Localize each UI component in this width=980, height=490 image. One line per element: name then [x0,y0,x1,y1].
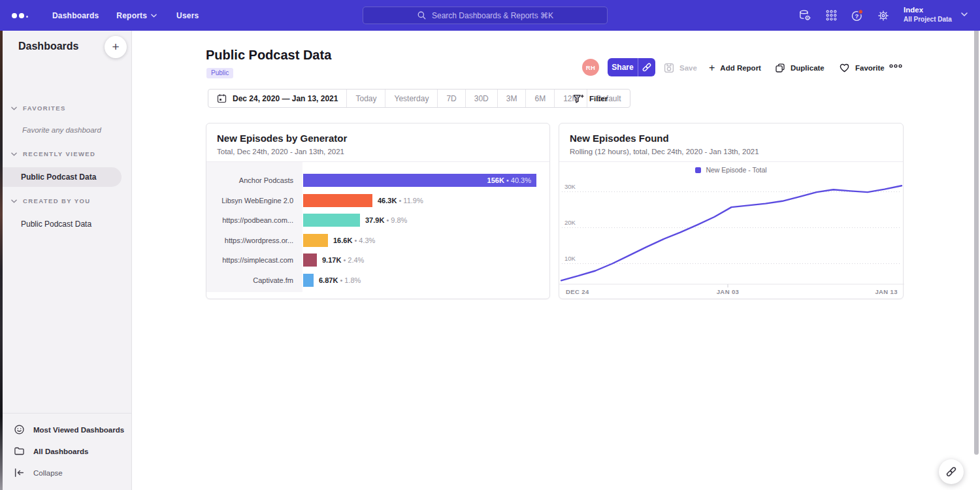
heart-icon [839,63,850,73]
plus-icon: + [709,63,715,73]
bar[interactable] [303,253,317,267]
bar-row[interactable]: Captivate.fm6.87K • 1.8% [206,270,549,291]
section-label: FAVORITES [23,105,66,112]
save-label: Save [679,64,697,72]
card-subtitle: Rolling (12 hours), total, Dec 24th, 202… [570,148,759,155]
nav-item-label: Dashboards [52,11,99,20]
share-label: Share [612,63,633,72]
bar-value-label: 46.3K • 11.9% [378,197,423,204]
add-report-button[interactable]: + Add Report [709,60,761,76]
card-subtitle: Total, Dec 24th, 2020 - Jan 13th, 2021 [217,148,344,155]
bar[interactable] [303,194,372,207]
nav-item-reports[interactable]: Reports [116,11,157,20]
share-button[interactable]: Share [608,58,638,76]
bar-category-label: Captivate.fm [206,276,302,284]
duplicate-button[interactable]: Duplicate [775,60,825,76]
date-range-picker[interactable]: Dec 24, 2020 — Jan 13, 2021 [208,90,346,107]
preset-7d[interactable]: 7D [437,90,465,107]
bar[interactable]: 156K • 40.3% [303,174,536,187]
bar-chart: Anchor Podcasts156K • 40.3%Libsyn WebEng… [206,162,549,299]
divider [559,161,903,162]
bar-row[interactable]: https://podbean.com...37.9K • 9.8% [206,210,549,231]
link-icon [945,466,957,478]
preset-3m[interactable]: 3M [497,90,526,107]
bar-value-label: 156K • 40.3% [487,176,536,184]
sidebar-item-public-podcast-data-2[interactable]: Public Podcast Data [3,214,122,234]
share-button-group: Share [608,58,655,76]
project-env: All Project Data [904,15,952,24]
bar-row[interactable]: https://simplecast.com9.17K • 2.4% [206,250,549,270]
preset-30d[interactable]: 30D [465,90,497,107]
section-favorites[interactable]: FAVORITES [11,105,66,112]
nav-item-dashboards[interactable]: Dashboards [52,11,99,20]
bar-row[interactable]: https://wordpress.or...16.6K • 4.3% [206,231,549,251]
chevron-down-icon [11,106,17,110]
svg-text:30K: 30K [564,183,576,190]
bar-row[interactable]: Libsyn WebEngine 2.046.3K • 11.9% [206,191,549,211]
favorite-button[interactable]: Favorite [839,60,885,76]
floating-link-button[interactable] [939,459,964,484]
most-viewed-dashboards[interactable]: Most Viewed Dashboards [3,419,131,440]
data-sources-icon[interactable] [798,9,811,22]
public-badge: Public [206,68,233,78]
sidebar-item-public-podcast-data[interactable]: Public Podcast Data [3,167,122,187]
preset-6m[interactable]: 6M [525,90,554,107]
line-chart-card: New Episodes Found Rolling (12 hours), t… [559,123,904,299]
svg-text:DEC 24: DEC 24 [566,288,589,295]
bar[interactable] [303,274,314,287]
preset-today[interactable]: Today [346,90,385,107]
footer-item-label: Collapse [33,469,63,477]
bar-value-label: 9.17K • 2.4% [322,256,364,264]
page-scrollbar[interactable] [974,5,979,455]
settings-gear-icon[interactable] [877,9,890,22]
add-report-label: Add Report [720,64,761,72]
footer-item-label: Most Viewed Dashboards [33,426,124,434]
bar-chart-card: New Episodes by Generator Total, Dec 24t… [206,123,550,299]
footer-item-label: All Dashboards [33,448,88,455]
more-options-button[interactable] [889,63,903,69]
sidebar-title: Dashboards [18,41,78,52]
chevron-down-icon [151,14,157,18]
date-toolbar: Dec 24, 2020 — Jan 13, 2021 Today Yester… [208,89,630,108]
bar-category-label: Libsyn WebEngine 2.0 [206,197,302,204]
sidebar-footer: Most Viewed Dashboards All Dashboards Co… [3,413,131,490]
bar-row[interactable]: Anchor Podcasts156K • 40.3% [206,171,549,191]
app-logo[interactable] [12,13,34,18]
svg-text:JAN 13: JAN 13 [875,288,898,295]
card-title: New Episodes by Generator [217,133,347,144]
bar[interactable] [303,214,360,227]
nav-item-users[interactable]: Users [176,11,199,20]
page-title: Public Podcast Data [206,48,331,63]
section-label: RECENTLY VIEWED [23,150,95,157]
section-created-by-you[interactable]: CREATED BY YOU [11,197,91,204]
svg-text:10K: 10K [564,255,576,262]
bar-value-label: 37.9K • 9.8% [365,216,407,224]
section-recently-viewed[interactable]: RECENTLY VIEWED [11,150,95,157]
bar[interactable] [303,234,328,247]
chevron-down-icon [961,12,968,16]
line-chart[interactable]: 30K20K10KDEC 24JAN 03JAN 13 [559,176,904,300]
save-button[interactable]: Save [664,60,697,76]
new-dashboard-button[interactable]: + [105,36,127,58]
all-dashboards[interactable]: All Dashboards [3,440,131,462]
duplicate-icon [775,63,785,73]
favorite-label: Favorite [855,64,885,72]
project-selector[interactable]: Index All Project Data [904,5,968,24]
link-icon [642,62,652,73]
filter-button[interactable]: Filter [573,91,608,106]
chevron-down-icon [11,152,17,156]
copy-share-link-button[interactable] [638,58,655,76]
preset-yesterday[interactable]: Yesterday [385,90,437,107]
apps-grid-icon[interactable] [825,9,838,22]
notification-badge [858,9,863,14]
legend-label: New Episode - Total [706,166,766,174]
collapse-sidebar[interactable]: Collapse [3,462,131,483]
search-icon [417,10,427,20]
legend-swatch [695,167,701,173]
search-input[interactable]: Search Dashboards & Reports ⌘K [363,7,608,24]
bar-value-label: 6.87K • 1.8% [319,276,361,284]
bar-category-label: https://simplecast.com [206,256,302,264]
avatar[interactable]: RH [582,59,599,76]
project-name: Index [904,5,952,15]
help-icon[interactable]: ? [851,9,864,22]
